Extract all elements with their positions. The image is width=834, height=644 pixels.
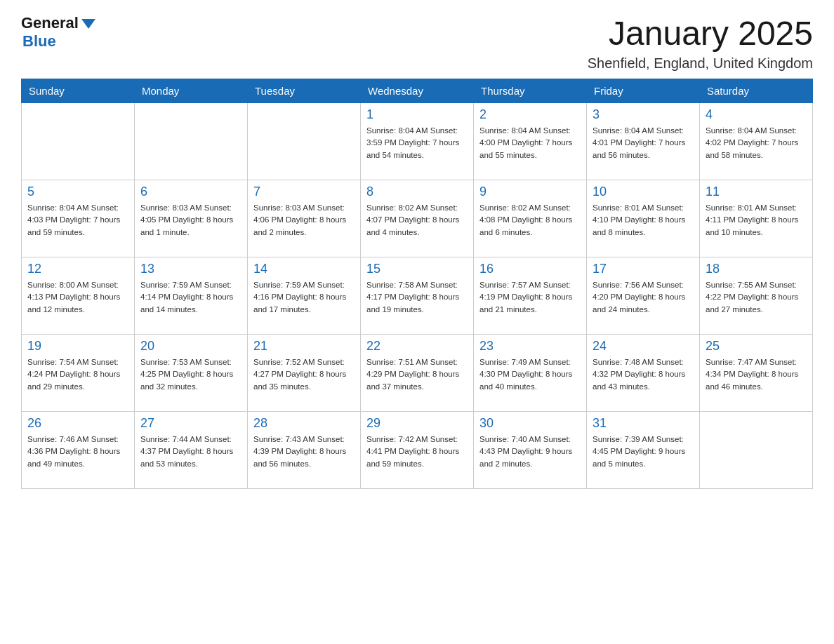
- calendar-cell: 26Sunrise: 7:46 AM Sunset: 4:36 PM Dayli…: [22, 412, 135, 489]
- day-info: Sunrise: 7:54 AM Sunset: 4:24 PM Dayligh…: [27, 356, 128, 393]
- day-number: 30: [479, 416, 581, 431]
- day-number: 20: [140, 339, 241, 354]
- day-info: Sunrise: 7:55 AM Sunset: 4:22 PM Dayligh…: [706, 279, 807, 316]
- day-info: Sunrise: 8:00 AM Sunset: 4:13 PM Dayligh…: [27, 279, 128, 316]
- calendar-cell: 27Sunrise: 7:44 AM Sunset: 4:37 PM Dayli…: [135, 412, 248, 489]
- day-number: 17: [593, 262, 694, 276]
- day-number: 19: [27, 339, 128, 354]
- calendar-cell: 29Sunrise: 7:42 AM Sunset: 4:41 PM Dayli…: [361, 412, 474, 489]
- calendar-cell: 15Sunrise: 7:58 AM Sunset: 4:17 PM Dayli…: [361, 257, 474, 335]
- calendar-cell: 24Sunrise: 7:48 AM Sunset: 4:32 PM Dayli…: [587, 335, 700, 412]
- day-info: Sunrise: 8:04 AM Sunset: 4:02 PM Dayligh…: [706, 125, 807, 161]
- day-info: Sunrise: 7:58 AM Sunset: 4:17 PM Dayligh…: [366, 279, 468, 316]
- calendar-cell: 6Sunrise: 8:03 AM Sunset: 4:05 PM Daylig…: [135, 180, 248, 257]
- day-info: Sunrise: 7:46 AM Sunset: 4:36 PM Dayligh…: [27, 434, 128, 470]
- calendar-cell: 10Sunrise: 8:01 AM Sunset: 4:10 PM Dayli…: [587, 180, 700, 257]
- calendar-week-1: 5Sunrise: 8:04 AM Sunset: 4:03 PM Daylig…: [22, 180, 813, 257]
- day-number: 1: [366, 107, 468, 122]
- day-info: Sunrise: 8:04 AM Sunset: 3:59 PM Dayligh…: [366, 125, 468, 161]
- calendar-cell: 21Sunrise: 7:52 AM Sunset: 4:27 PM Dayli…: [248, 335, 361, 412]
- calendar-week-0: 1Sunrise: 8:04 AM Sunset: 3:59 PM Daylig…: [22, 103, 813, 180]
- logo: General Blue: [21, 14, 95, 51]
- day-info: Sunrise: 7:51 AM Sunset: 4:29 PM Dayligh…: [366, 356, 468, 393]
- day-number: 24: [593, 339, 694, 354]
- day-number: 25: [706, 339, 807, 354]
- day-number: 10: [593, 185, 694, 199]
- page-header: General Blue January 2025 Shenfield, Eng…: [21, 14, 813, 72]
- header-saturday: Saturday: [700, 79, 813, 103]
- day-info: Sunrise: 7:52 AM Sunset: 4:27 PM Dayligh…: [253, 356, 355, 393]
- calendar-cell: 31Sunrise: 7:39 AM Sunset: 4:45 PM Dayli…: [587, 412, 700, 489]
- calendar-cell: [700, 412, 813, 489]
- header-thursday: Thursday: [474, 79, 587, 103]
- day-info: Sunrise: 7:53 AM Sunset: 4:25 PM Dayligh…: [140, 356, 241, 393]
- calendar-cell: 16Sunrise: 7:57 AM Sunset: 4:19 PM Dayli…: [474, 257, 587, 335]
- calendar-cell: [248, 103, 361, 180]
- calendar-cell: 25Sunrise: 7:47 AM Sunset: 4:34 PM Dayli…: [700, 335, 813, 412]
- calendar-cell: 12Sunrise: 8:00 AM Sunset: 4:13 PM Dayli…: [22, 257, 135, 335]
- day-info: Sunrise: 8:01 AM Sunset: 4:11 PM Dayligh…: [706, 202, 807, 239]
- calendar-cell: 1Sunrise: 8:04 AM Sunset: 3:59 PM Daylig…: [361, 103, 474, 180]
- day-number: 13: [140, 262, 241, 276]
- calendar-cell: 19Sunrise: 7:54 AM Sunset: 4:24 PM Dayli…: [22, 335, 135, 412]
- calendar-week-4: 26Sunrise: 7:46 AM Sunset: 4:36 PM Dayli…: [22, 412, 813, 489]
- day-number: 12: [27, 262, 128, 276]
- day-number: 11: [706, 185, 807, 199]
- day-info: Sunrise: 8:04 AM Sunset: 4:00 PM Dayligh…: [479, 125, 581, 161]
- calendar-cell: 11Sunrise: 8:01 AM Sunset: 4:11 PM Dayli…: [700, 180, 813, 257]
- calendar-cell: 4Sunrise: 8:04 AM Sunset: 4:02 PM Daylig…: [700, 103, 813, 180]
- day-info: Sunrise: 7:59 AM Sunset: 4:14 PM Dayligh…: [140, 279, 241, 316]
- day-number: 27: [140, 416, 241, 431]
- day-number: 7: [253, 185, 355, 199]
- day-number: 14: [253, 262, 355, 276]
- day-number: 26: [27, 416, 128, 431]
- calendar-cell: 2Sunrise: 8:04 AM Sunset: 4:00 PM Daylig…: [474, 103, 587, 180]
- day-number: 22: [366, 339, 468, 354]
- logo-text: General: [21, 14, 95, 32]
- logo-blue-text: Blue: [22, 32, 56, 51]
- day-number: 28: [253, 416, 355, 431]
- calendar-cell: 3Sunrise: 8:04 AM Sunset: 4:01 PM Daylig…: [587, 103, 700, 180]
- day-number: 21: [253, 339, 355, 354]
- calendar-cell: 23Sunrise: 7:49 AM Sunset: 4:30 PM Dayli…: [474, 335, 587, 412]
- day-number: 4: [706, 107, 807, 122]
- day-info: Sunrise: 7:44 AM Sunset: 4:37 PM Dayligh…: [140, 434, 241, 470]
- day-info: Sunrise: 8:02 AM Sunset: 4:07 PM Dayligh…: [366, 202, 468, 239]
- calendar-cell: 9Sunrise: 8:02 AM Sunset: 4:08 PM Daylig…: [474, 180, 587, 257]
- day-number: 6: [140, 185, 241, 199]
- calendar-cell: 8Sunrise: 8:02 AM Sunset: 4:07 PM Daylig…: [361, 180, 474, 257]
- day-info: Sunrise: 7:56 AM Sunset: 4:20 PM Dayligh…: [593, 279, 694, 316]
- logo-triangle-icon: [81, 19, 95, 29]
- header-sunday: Sunday: [22, 79, 135, 103]
- calendar-cell: [22, 103, 135, 180]
- day-info: Sunrise: 7:42 AM Sunset: 4:41 PM Dayligh…: [366, 434, 468, 470]
- day-number: 18: [706, 262, 807, 276]
- calendar: Sunday Monday Tuesday Wednesday Thursday…: [21, 79, 813, 489]
- day-info: Sunrise: 7:40 AM Sunset: 4:43 PM Dayligh…: [479, 434, 581, 470]
- day-info: Sunrise: 7:49 AM Sunset: 4:30 PM Dayligh…: [479, 356, 581, 393]
- day-info: Sunrise: 8:03 AM Sunset: 4:05 PM Dayligh…: [140, 202, 241, 239]
- day-info: Sunrise: 7:48 AM Sunset: 4:32 PM Dayligh…: [593, 356, 694, 393]
- calendar-cell: 18Sunrise: 7:55 AM Sunset: 4:22 PM Dayli…: [700, 257, 813, 335]
- day-number: 3: [593, 107, 694, 122]
- title-section: January 2025 Shenfield, England, United …: [588, 14, 813, 72]
- day-info: Sunrise: 8:04 AM Sunset: 4:03 PM Dayligh…: [27, 202, 128, 239]
- month-title: January 2025: [588, 14, 813, 53]
- calendar-week-3: 19Sunrise: 7:54 AM Sunset: 4:24 PM Dayli…: [22, 335, 813, 412]
- day-number: 8: [366, 185, 468, 199]
- day-number: 5: [27, 185, 128, 199]
- calendar-cell: 20Sunrise: 7:53 AM Sunset: 4:25 PM Dayli…: [135, 335, 248, 412]
- calendar-cell: 7Sunrise: 8:03 AM Sunset: 4:06 PM Daylig…: [248, 180, 361, 257]
- day-info: Sunrise: 8:01 AM Sunset: 4:10 PM Dayligh…: [593, 202, 694, 239]
- day-info: Sunrise: 7:39 AM Sunset: 4:45 PM Dayligh…: [593, 434, 694, 470]
- location: Shenfield, England, United Kingdom: [588, 55, 813, 72]
- day-info: Sunrise: 7:59 AM Sunset: 4:16 PM Dayligh…: [253, 279, 355, 316]
- calendar-cell: 5Sunrise: 8:04 AM Sunset: 4:03 PM Daylig…: [22, 180, 135, 257]
- day-number: 29: [366, 416, 468, 431]
- header-friday: Friday: [587, 79, 700, 103]
- day-info: Sunrise: 8:02 AM Sunset: 4:08 PM Dayligh…: [479, 202, 581, 239]
- header-monday: Monday: [135, 79, 248, 103]
- calendar-cell: 22Sunrise: 7:51 AM Sunset: 4:29 PM Dayli…: [361, 335, 474, 412]
- calendar-cell: [135, 103, 248, 180]
- calendar-cell: 17Sunrise: 7:56 AM Sunset: 4:20 PM Dayli…: [587, 257, 700, 335]
